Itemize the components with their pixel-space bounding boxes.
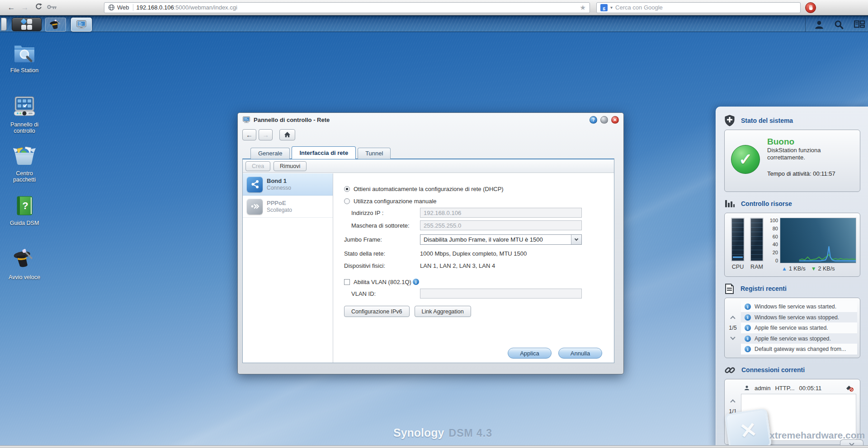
desktop-icon-label: Avvio veloce bbox=[9, 274, 40, 280]
tab-panel: Crea Rimuovi Bond 1 Connesso bbox=[242, 159, 614, 363]
window-back-button[interactable]: ← bbox=[242, 129, 256, 140]
recent-logs-card: 1/5 iWindows file service was started. i… bbox=[724, 298, 860, 358]
desktop-icon-label: File Station bbox=[10, 67, 39, 74]
control-panel-window: Pannello di controllo - Rete ? ✕ ← → Gen… bbox=[237, 112, 624, 374]
user-account-icon[interactable] bbox=[814, 19, 825, 30]
jumbo-frame-select[interactable]: Disabilita Jumbo Frame, il valore MTU è … bbox=[420, 234, 582, 245]
dsm-help-icon: ? bbox=[14, 195, 35, 217]
svg-text:?: ? bbox=[22, 200, 28, 211]
taskbar-right-icons bbox=[805, 18, 865, 32]
desktop-icon-control-panel[interactable]: Pannello dicontrollo bbox=[2, 96, 47, 134]
netstatus-value: 1000 Mbps, Duplex completo, MTU 1500 bbox=[420, 250, 527, 257]
control-panel-task-button[interactable] bbox=[71, 18, 92, 32]
dhcp-radio-label: Ottieni automaticamente la configurazion… bbox=[354, 186, 504, 192]
apply-button[interactable]: Applica bbox=[508, 348, 552, 359]
log-row[interactable]: iWindows file service was stopped. bbox=[741, 312, 857, 323]
info-icon[interactable]: i bbox=[413, 279, 419, 285]
site-identity-chip[interactable]: Web bbox=[108, 4, 133, 11]
browser-toolbar: ← → Web 192.168.0.106:5000/webman/index.… bbox=[0, 0, 868, 15]
url-text[interactable]: 192.168.0.106:5000/webman/index.cgi bbox=[137, 4, 577, 11]
page-up-icon[interactable] bbox=[730, 316, 735, 321]
mask-input[interactable]: 255.255.255.0 bbox=[420, 220, 582, 230]
log-row[interactable]: iApple file service was started. bbox=[741, 322, 857, 333]
ip-input[interactable]: 192.168.0.106 bbox=[420, 208, 582, 218]
user-icon bbox=[744, 385, 750, 391]
interface-body: Bond 1 Connesso PPPoE Scollegato bbox=[243, 173, 614, 363]
netstatus-label: Stato della rete: bbox=[344, 250, 420, 257]
dsm-branding: SynologyDSM 4.3 bbox=[393, 426, 492, 439]
tab-tunnel[interactable]: Tunnel bbox=[358, 148, 391, 159]
vlan-id-input[interactable] bbox=[420, 289, 582, 299]
tab-generale[interactable]: Generale bbox=[250, 148, 290, 159]
address-bar[interactable]: Web 192.168.0.106:5000/webman/index.cgi … bbox=[104, 2, 590, 13]
log-row[interactable]: iApple file service was stopped. bbox=[741, 333, 857, 344]
vlan-checkbox-label: Abilita VLAN (802.1Q) bbox=[354, 279, 411, 285]
create-button[interactable]: Crea bbox=[245, 161, 270, 171]
disconnect-icon[interactable] bbox=[845, 384, 854, 392]
dhcp-radio[interactable] bbox=[344, 186, 350, 192]
connection-user: admin bbox=[755, 385, 770, 392]
tab-interfaccia-di-rete[interactable]: Interfaccia di rete bbox=[292, 146, 356, 159]
vlan-checkbox[interactable] bbox=[344, 279, 350, 285]
ram-label: RAM bbox=[750, 264, 763, 270]
log-row[interactable]: iWindows file service was started. bbox=[741, 301, 857, 312]
bookmark-star-icon[interactable]: ★ bbox=[580, 4, 586, 12]
window-minimize-button[interactable] bbox=[600, 116, 608, 124]
home-icon bbox=[284, 131, 291, 138]
info-icon: i bbox=[745, 336, 751, 342]
jumbo-selected-value: Disabilita Jumbo Frame, il valore MTU è … bbox=[420, 236, 571, 243]
window-help-button[interactable]: ? bbox=[590, 116, 597, 124]
current-connections-header: Connessioni correnti bbox=[724, 364, 860, 376]
remove-button[interactable]: Rimuovi bbox=[274, 161, 307, 171]
log-row[interactable]: iDefault gateway was changed from... bbox=[741, 344, 857, 355]
window-forward-button[interactable]: → bbox=[259, 129, 273, 140]
mask-label: Maschera di sottorete: bbox=[344, 222, 420, 229]
ram-gauge: RAM bbox=[749, 218, 764, 274]
manual-radio[interactable] bbox=[344, 198, 350, 204]
interface-toolbar: Crea Rimuovi bbox=[243, 159, 614, 173]
desktop-icon-package-center[interactable]: Centropacchetti bbox=[2, 145, 47, 183]
interface-name: PPPoE bbox=[267, 200, 292, 207]
ipv6-config-button[interactable]: Configurazione IPv6 bbox=[344, 306, 410, 317]
main-menu-icon bbox=[21, 19, 32, 30]
window-title-icon bbox=[242, 116, 250, 124]
jumbo-row: Jumbo Frame: Disabilita Jumbo Frame, il … bbox=[344, 234, 614, 245]
page-up-icon[interactable] bbox=[730, 399, 735, 404]
adblock-hand-icon[interactable] bbox=[805, 2, 816, 13]
interface-status: Connesso bbox=[267, 185, 291, 191]
connection-row[interactable]: admin HTTP... 00:05:11 bbox=[741, 382, 856, 394]
window-close-button[interactable]: ✕ bbox=[611, 116, 619, 124]
list-item-pppoe[interactable]: PPPoE Scollegato bbox=[243, 196, 333, 218]
browser-back-icon[interactable]: ← bbox=[5, 3, 18, 12]
desktop-icon-file-station[interactable]: File Station bbox=[2, 42, 47, 74]
search-engine-dropdown-icon[interactable]: ▾ bbox=[610, 5, 613, 10]
devices-value: LAN 1, LAN 2, LAN 3, LAN 4 bbox=[420, 262, 495, 269]
link-aggregation-button[interactable]: Link Aggregation bbox=[415, 306, 471, 317]
ip-label: Indirizzo IP : bbox=[344, 210, 420, 216]
window-titlebar[interactable]: Pannello di controllo - Rete ? ✕ bbox=[238, 113, 623, 126]
logs-list: iWindows file service was started. iWind… bbox=[741, 301, 857, 355]
info-icon: i bbox=[745, 303, 751, 310]
browser-reload-icon[interactable] bbox=[32, 3, 45, 13]
cancel-button[interactable]: Annulla bbox=[558, 348, 602, 359]
desktop-icon-dsm-help[interactable]: ? Guida DSM bbox=[2, 195, 47, 226]
window-home-button[interactable] bbox=[279, 129, 295, 140]
search-icon[interactable] bbox=[834, 19, 844, 30]
chevron-down-icon bbox=[575, 237, 578, 240]
widget-title: Stato del sistema bbox=[741, 117, 793, 124]
list-item-bond1[interactable]: Bond 1 Connesso bbox=[243, 173, 333, 196]
recent-logs-header: Registri recenti bbox=[724, 282, 860, 295]
page-down-icon[interactable] bbox=[730, 335, 735, 340]
browser-key-icon[interactable] bbox=[45, 3, 59, 12]
desktop-icon-quick-start[interactable]: Avvio veloce bbox=[2, 247, 47, 280]
combo-dropdown-button[interactable] bbox=[571, 235, 581, 244]
browser-forward-icon[interactable]: → bbox=[18, 3, 32, 12]
quick-start-task-button[interactable] bbox=[45, 18, 66, 32]
widgets-panel-icon[interactable] bbox=[854, 19, 865, 30]
main-menu-button[interactable] bbox=[12, 18, 42, 31]
search-input[interactable]: g ▾ Cerca con Google bbox=[596, 2, 801, 13]
chain-link-icon bbox=[724, 364, 736, 376]
show-desktop-button[interactable] bbox=[1, 18, 7, 31]
devices-label: Dispositivi fisici: bbox=[344, 262, 420, 269]
system-status-card: ✓ Buono DiskStation funziona correttamen… bbox=[724, 130, 860, 192]
